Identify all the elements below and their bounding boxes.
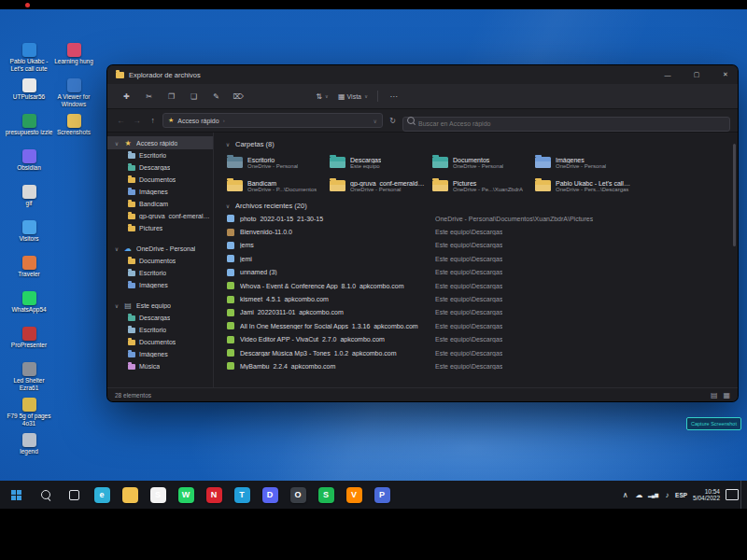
sidebar-section-onedrive[interactable]: ∨ ☁ OneDrive - Personal <box>107 242 213 255</box>
recent-file-row[interactable]: jems Este equipo\Descargas <box>225 239 728 252</box>
capture-overlay-button[interactable]: Capture Screenshot <box>686 417 741 430</box>
recent-file-row[interactable]: MyBambu_2.2.4_apkcombo.com Este equipo\D… <box>225 359 728 372</box>
sort-button[interactable]: ⇅ ∨ <box>313 88 332 105</box>
breadcrumb[interactable]: ★ Acceso rápido › ∨ <box>162 113 383 128</box>
folder-tile[interactable]: Imágenes OneDrive - Personal <box>533 152 632 173</box>
recent-file-row[interactable]: Whova - Event & Conference App_8.1.0_apk… <box>225 279 728 292</box>
taskbar-app-icon[interactable]: N <box>200 481 228 509</box>
view-button[interactable]: ▦ Vista ∨ <box>335 88 372 105</box>
more-options-button[interactable]: ⋯ <box>384 88 403 105</box>
desktop-icon[interactable]: Pablo Ukabc - Let's call cute <box>6 43 52 77</box>
folder-tile[interactable]: Bandicam OneDrive - P...\Documentos <box>225 175 324 196</box>
desktop-icon[interactable]: UTPulsar56 <box>6 78 52 112</box>
details-view-button[interactable]: ▤ <box>711 391 718 399</box>
taskbar-app-icon[interactable]: O <box>284 481 312 509</box>
toolbar-button[interactable]: ✂ <box>139 88 159 105</box>
toolbar-button[interactable]: ✎ <box>206 88 226 105</box>
recent-file-row[interactable]: All In One Messenger for Social Apps_1.3… <box>225 319 728 332</box>
recent-file-row[interactable]: photo_2022-01-15_21-30-15 OneDrive - Per… <box>225 212 728 225</box>
toolbar-button[interactable]: ⌦ <box>229 88 248 105</box>
desktop-icon[interactable]: F79 5g of pages 4o31 <box>6 398 52 431</box>
desktop-icon[interactable]: presupuesto izzie <box>6 114 52 147</box>
sidebar-item[interactable]: Documentos <box>107 336 213 348</box>
desktop-icon[interactable]: gif <box>6 185 52 218</box>
desktop-icon[interactable]: Visitors <box>6 220 52 254</box>
toolbar-button[interactable]: ✚ <box>117 88 136 105</box>
sidebar-item[interactable]: Imágenes <box>107 279 213 291</box>
desktop-icon[interactable]: Traveler <box>6 256 52 289</box>
folder-tile[interactable]: Pictures OneDrive - Pe...\XuanZbdrA <box>430 175 529 196</box>
minimize-button[interactable]: — <box>655 65 680 84</box>
language-indicator[interactable]: ESP <box>675 492 687 498</box>
desktop-icon[interactable]: A Viewer for Windows <box>50 78 97 112</box>
desktop-icon[interactable]: legend <box>6 433 52 467</box>
desktop-icon[interactable]: Screenshots <box>50 114 97 147</box>
sidebar-item[interactable]: Escritorio <box>107 324 213 336</box>
sidebar-item[interactable]: gp-gruva_conf-emerald-id56 <box>107 210 213 222</box>
recent-file-row[interactable]: Video Editor APP - VivaCut_2.7.0_apkcomb… <box>225 333 728 346</box>
show-desktop-button[interactable] <box>740 481 745 509</box>
toolbar-button[interactable]: ❏ <box>184 88 204 105</box>
sidebar-item[interactable]: Descargas <box>107 161 213 174</box>
sidebar-section-quick-access[interactable]: ∨ ★ Acceso rápido <box>107 136 213 149</box>
folder-tile[interactable]: gp-gruva_conf-emerald-id... OneDrive - P… <box>328 175 427 196</box>
back-button[interactable]: ← <box>115 116 127 125</box>
desktop-icon[interactable]: Obsidian <box>6 149 52 183</box>
up-button[interactable]: ↑ <box>147 116 159 125</box>
taskbar-app-icon[interactable]: S <box>312 481 340 509</box>
taskbar-app-icon[interactable]: D <box>256 481 284 509</box>
desktop-icon[interactable]: Led Shelter Ezra61 <box>6 362 52 396</box>
start-button[interactable] <box>0 481 32 509</box>
sidebar-item[interactable]: Documentos <box>107 174 213 186</box>
desktop[interactable]: Pablo Ukabc - Let's call cute UTPulsar56… <box>0 9 747 481</box>
thumbnail-view-button[interactable]: ▦ <box>723 391 730 399</box>
desktop-icon[interactable]: WhatsApp54 <box>6 291 52 325</box>
folder-tile[interactable]: Descargas Este equipo <box>328 152 427 173</box>
folder-tile[interactable]: Pablo Ukabc - Let's call c... OneDrive -… <box>533 175 632 196</box>
network-icon[interactable]: ▂▄▆ <box>647 492 659 497</box>
onedrive-tray-icon[interactable]: ☁ <box>633 491 645 499</box>
sidebar-item[interactable]: Escritorio <box>107 267 213 279</box>
sidebar-item[interactable]: Pictures <box>107 222 213 234</box>
titlebar[interactable]: Explorador de archivos — ▢ ✕ <box>107 65 738 84</box>
scrollbar[interactable] <box>733 144 736 246</box>
recent-file-row[interactable]: Descargar Música Mp3 - Tones_1.0.2_apkco… <box>225 346 728 359</box>
recent-files-section-header[interactable]: ∨ Archivos recientes (20) <box>225 199 728 212</box>
close-button[interactable]: ✕ <box>713 65 738 84</box>
taskbar-app-icon[interactable]: V <box>340 481 368 509</box>
taskbar-app-icon[interactable]: P <box>368 481 396 509</box>
folder-tile[interactable]: Escritorio OneDrive - Personal <box>225 152 324 173</box>
desktop-icon[interactable]: ProPresenter <box>6 327 52 360</box>
taskbar-app-icon[interactable] <box>116 481 144 509</box>
volume-icon[interactable]: ♪ <box>661 491 673 499</box>
taskbar-app-icon[interactable]: W <box>172 481 200 509</box>
sidebar-item[interactable]: Descargas <box>107 312 213 324</box>
recent-file-row[interactable]: jemi Este equipo\Descargas <box>225 252 728 265</box>
sidebar-item[interactable]: Imágenes <box>107 186 213 198</box>
chevron-down-icon[interactable]: ∨ <box>374 118 377 124</box>
sidebar-section-this-pc[interactable]: ∨ ▤ Este equipo <box>107 299 213 312</box>
task-view-button[interactable] <box>60 481 88 509</box>
forward-button[interactable]: → <box>131 116 143 125</box>
folder-tile[interactable]: Documentos OneDrive - Personal <box>430 152 529 173</box>
hidden-icons-button[interactable]: ∧ <box>619 491 631 499</box>
taskbar-search-button[interactable] <box>32 481 60 509</box>
notification-center-button[interactable] <box>726 489 739 500</box>
folders-section-header[interactable]: ∨ Carpetas (8) <box>225 137 728 150</box>
sidebar-item[interactable]: Música <box>107 360 213 372</box>
recent-file-row[interactable]: unnamed (3) Este equipo\Descargas <box>225 266 728 279</box>
recent-file-row[interactable]: kismeet_4.5.1_apkcombo.com Este equipo\D… <box>225 292 728 305</box>
sidebar-item[interactable]: Escritorio <box>107 149 213 161</box>
taskbar-app-icon[interactable]: S <box>144 481 172 509</box>
sidebar-item[interactable]: Imágenes <box>107 348 213 360</box>
sidebar-item[interactable]: Documentos <box>107 255 213 267</box>
refresh-button[interactable]: ↻ <box>387 117 399 125</box>
taskbar-app-icon[interactable]: e <box>88 481 116 509</box>
clock[interactable]: 10:54 5/04/2022 <box>689 488 724 502</box>
recent-file-row[interactable]: Bienvenido-11.0.0 Este equipo\Descargas <box>225 225 728 238</box>
breadcrumb-location[interactable]: Acceso rápido <box>177 118 218 124</box>
search-input[interactable] <box>402 117 730 132</box>
recent-file-row[interactable]: Jami_20220311-01_apkcombo.com Este equip… <box>225 306 728 319</box>
taskbar-app-icon[interactable]: T <box>228 481 256 509</box>
sidebar-item[interactable]: Bandicam <box>107 198 213 210</box>
